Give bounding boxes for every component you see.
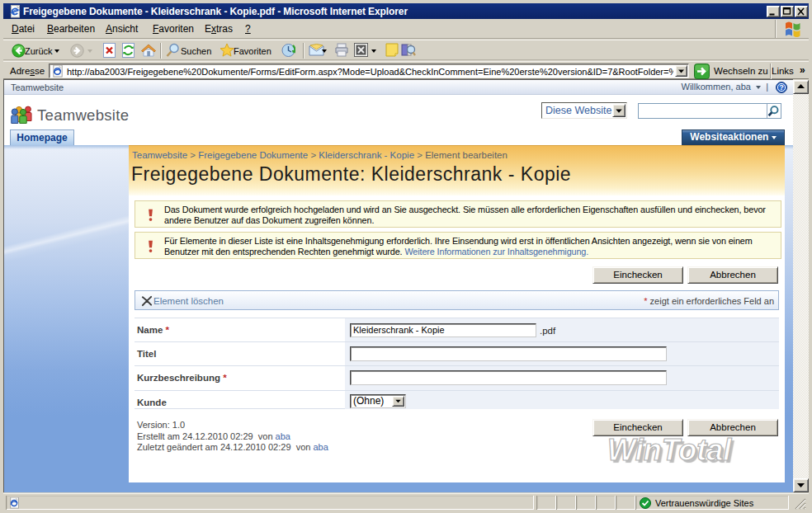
svg-text:?: ? — [779, 83, 784, 92]
